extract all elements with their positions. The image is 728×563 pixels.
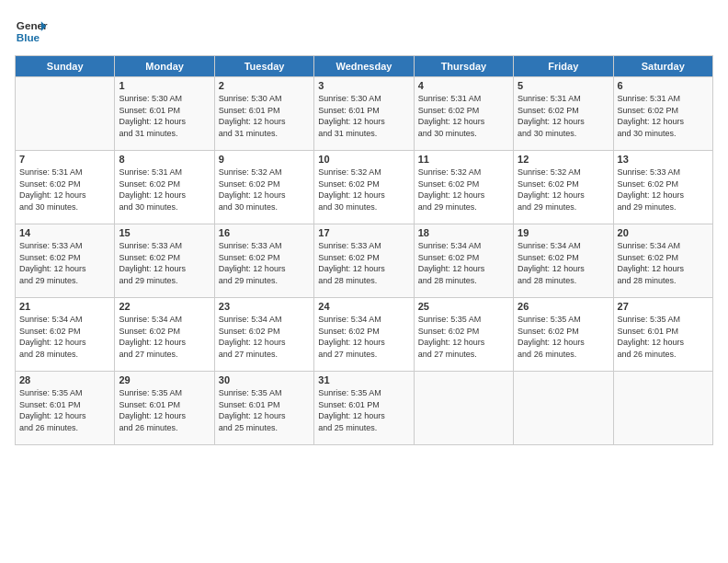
day-info: Sunrise: 5:35 AM Sunset: 6:02 PM Dayligh… (418, 314, 509, 360)
day-info: Sunrise: 5:34 AM Sunset: 6:02 PM Dayligh… (618, 240, 709, 286)
day-number: 3 (318, 80, 409, 91)
day-info: Sunrise: 5:31 AM Sunset: 6:02 PM Dayligh… (19, 167, 110, 213)
logo-icon: General Blue (15, 15, 48, 48)
day-info: Sunrise: 5:30 AM Sunset: 6:01 PM Dayligh… (318, 93, 409, 139)
day-number: 25 (418, 301, 509, 312)
calendar-cell (414, 372, 513, 445)
day-info: Sunrise: 5:34 AM Sunset: 6:02 PM Dayligh… (318, 314, 409, 360)
calendar-cell: 8Sunrise: 5:31 AM Sunset: 6:02 PM Daylig… (115, 151, 214, 224)
calendar-cell: 31Sunrise: 5:35 AM Sunset: 6:01 PM Dayli… (314, 372, 414, 445)
calendar-header-row: SundayMondayTuesdayWednesdayThursdayFrid… (16, 56, 713, 77)
day-info: Sunrise: 5:33 AM Sunset: 6:02 PM Dayligh… (318, 240, 409, 286)
day-header-tuesday: Tuesday (214, 56, 313, 77)
day-number: 11 (418, 154, 509, 165)
day-info: Sunrise: 5:33 AM Sunset: 6:02 PM Dayligh… (119, 240, 210, 286)
day-number: 30 (219, 374, 310, 385)
calendar-week-3: 14Sunrise: 5:33 AM Sunset: 6:02 PM Dayli… (16, 224, 713, 298)
day-number: 6 (618, 80, 709, 91)
logo: General Blue (15, 15, 48, 48)
day-header-wednesday: Wednesday (314, 56, 414, 77)
day-number: 23 (219, 301, 310, 312)
day-info: Sunrise: 5:30 AM Sunset: 6:01 PM Dayligh… (119, 93, 210, 139)
calendar-cell: 21Sunrise: 5:34 AM Sunset: 6:02 PM Dayli… (16, 298, 115, 372)
day-header-thursday: Thursday (414, 56, 513, 77)
calendar-cell: 17Sunrise: 5:33 AM Sunset: 6:02 PM Dayli… (314, 224, 414, 298)
day-header-monday: Monday (115, 56, 214, 77)
calendar-cell: 24Sunrise: 5:34 AM Sunset: 6:02 PM Dayli… (314, 298, 414, 372)
day-info: Sunrise: 5:34 AM Sunset: 6:02 PM Dayligh… (418, 240, 509, 286)
calendar-cell: 9Sunrise: 5:32 AM Sunset: 6:02 PM Daylig… (214, 151, 313, 224)
day-info: Sunrise: 5:34 AM Sunset: 6:02 PM Dayligh… (119, 314, 210, 360)
day-number: 26 (518, 301, 609, 312)
calendar-cell: 3Sunrise: 5:30 AM Sunset: 6:01 PM Daylig… (314, 77, 414, 151)
day-info: Sunrise: 5:35 AM Sunset: 6:01 PM Dayligh… (119, 387, 210, 433)
day-number: 21 (19, 301, 110, 312)
calendar-cell: 19Sunrise: 5:34 AM Sunset: 6:02 PM Dayli… (514, 224, 613, 298)
svg-text:Blue: Blue (17, 31, 40, 43)
header: General Blue (15, 15, 713, 48)
day-number: 7 (19, 154, 110, 165)
day-number: 24 (318, 301, 409, 312)
day-info: Sunrise: 5:31 AM Sunset: 6:02 PM Dayligh… (618, 93, 709, 139)
calendar-week-1: 1Sunrise: 5:30 AM Sunset: 6:01 PM Daylig… (16, 77, 713, 151)
day-info: Sunrise: 5:35 AM Sunset: 6:01 PM Dayligh… (19, 387, 110, 433)
calendar-cell: 5Sunrise: 5:31 AM Sunset: 6:02 PM Daylig… (514, 77, 613, 151)
calendar-cell (16, 77, 115, 151)
calendar-week-2: 7Sunrise: 5:31 AM Sunset: 6:02 PM Daylig… (16, 151, 713, 224)
calendar-cell (514, 372, 613, 445)
day-number: 18 (418, 227, 509, 238)
calendar-cell: 27Sunrise: 5:35 AM Sunset: 6:01 PM Dayli… (613, 298, 712, 372)
calendar-cell: 7Sunrise: 5:31 AM Sunset: 6:02 PM Daylig… (16, 151, 115, 224)
day-info: Sunrise: 5:34 AM Sunset: 6:02 PM Dayligh… (19, 314, 110, 360)
calendar-cell: 28Sunrise: 5:35 AM Sunset: 6:01 PM Dayli… (16, 372, 115, 445)
day-info: Sunrise: 5:35 AM Sunset: 6:02 PM Dayligh… (518, 314, 609, 360)
day-header-saturday: Saturday (613, 56, 712, 77)
day-info: Sunrise: 5:32 AM Sunset: 6:02 PM Dayligh… (518, 167, 609, 213)
day-info: Sunrise: 5:35 AM Sunset: 6:01 PM Dayligh… (618, 314, 709, 360)
day-info: Sunrise: 5:32 AM Sunset: 6:02 PM Dayligh… (318, 167, 409, 213)
day-number: 12 (518, 154, 609, 165)
calendar-table: SundayMondayTuesdayWednesdayThursdayFrid… (15, 55, 713, 445)
day-header-sunday: Sunday (16, 56, 115, 77)
calendar-cell: 25Sunrise: 5:35 AM Sunset: 6:02 PM Dayli… (414, 298, 513, 372)
day-number: 31 (318, 374, 409, 385)
day-number: 9 (219, 154, 310, 165)
day-header-friday: Friday (514, 56, 613, 77)
day-number: 29 (119, 374, 210, 385)
day-info: Sunrise: 5:33 AM Sunset: 6:02 PM Dayligh… (618, 167, 709, 213)
calendar-cell: 13Sunrise: 5:33 AM Sunset: 6:02 PM Dayli… (613, 151, 712, 224)
calendar-cell: 26Sunrise: 5:35 AM Sunset: 6:02 PM Dayli… (514, 298, 613, 372)
day-info: Sunrise: 5:32 AM Sunset: 6:02 PM Dayligh… (219, 167, 310, 213)
calendar-cell: 10Sunrise: 5:32 AM Sunset: 6:02 PM Dayli… (314, 151, 414, 224)
day-info: Sunrise: 5:30 AM Sunset: 6:01 PM Dayligh… (219, 93, 310, 139)
day-info: Sunrise: 5:33 AM Sunset: 6:02 PM Dayligh… (219, 240, 310, 286)
day-info: Sunrise: 5:34 AM Sunset: 6:02 PM Dayligh… (518, 240, 609, 286)
day-number: 16 (219, 227, 310, 238)
calendar-cell: 15Sunrise: 5:33 AM Sunset: 6:02 PM Dayli… (115, 224, 214, 298)
calendar-cell: 14Sunrise: 5:33 AM Sunset: 6:02 PM Dayli… (16, 224, 115, 298)
calendar-cell: 23Sunrise: 5:34 AM Sunset: 6:02 PM Dayli… (214, 298, 313, 372)
day-number: 22 (119, 301, 210, 312)
day-number: 27 (618, 301, 709, 312)
calendar-cell (613, 372, 712, 445)
day-number: 17 (318, 227, 409, 238)
day-number: 28 (19, 374, 110, 385)
day-number: 20 (618, 227, 709, 238)
calendar-week-4: 21Sunrise: 5:34 AM Sunset: 6:02 PM Dayli… (16, 298, 713, 372)
calendar-cell: 2Sunrise: 5:30 AM Sunset: 6:01 PM Daylig… (214, 77, 313, 151)
calendar-cell: 22Sunrise: 5:34 AM Sunset: 6:02 PM Dayli… (115, 298, 214, 372)
day-number: 8 (119, 154, 210, 165)
day-number: 5 (518, 80, 609, 91)
day-info: Sunrise: 5:31 AM Sunset: 6:02 PM Dayligh… (518, 93, 609, 139)
day-info: Sunrise: 5:35 AM Sunset: 6:01 PM Dayligh… (318, 387, 409, 433)
day-number: 1 (119, 80, 210, 91)
day-number: 13 (618, 154, 709, 165)
day-info: Sunrise: 5:32 AM Sunset: 6:02 PM Dayligh… (418, 167, 509, 213)
calendar-cell: 20Sunrise: 5:34 AM Sunset: 6:02 PM Dayli… (613, 224, 712, 298)
calendar-cell: 12Sunrise: 5:32 AM Sunset: 6:02 PM Dayli… (514, 151, 613, 224)
calendar-cell: 18Sunrise: 5:34 AM Sunset: 6:02 PM Dayli… (414, 224, 513, 298)
day-number: 10 (318, 154, 409, 165)
calendar-cell: 11Sunrise: 5:32 AM Sunset: 6:02 PM Dayli… (414, 151, 513, 224)
calendar-cell: 30Sunrise: 5:35 AM Sunset: 6:01 PM Dayli… (214, 372, 313, 445)
day-info: Sunrise: 5:34 AM Sunset: 6:02 PM Dayligh… (219, 314, 310, 360)
